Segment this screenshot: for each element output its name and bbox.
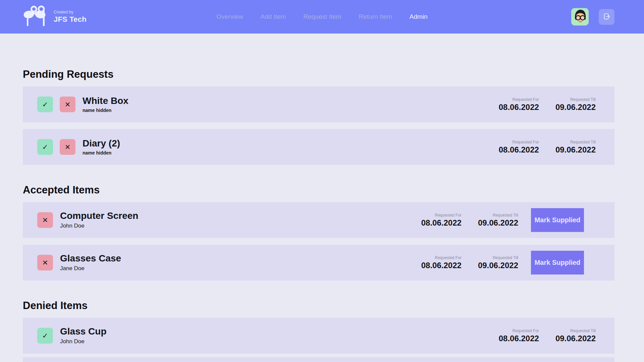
item-title: Computer Screen (60, 211, 138, 221)
section-title-denied: Denied Items (23, 299, 614, 312)
requested-for-date: 08.06.2022 (499, 145, 539, 155)
date-group: Requested For 08.06.2022 Requested Till … (499, 97, 596, 112)
requested-till-label: Requested Till (478, 213, 518, 218)
user-avatar[interactable] (571, 8, 589, 25)
requested-till-date: 09.06.2022 (555, 145, 596, 155)
date-group: Requested For 08.06.2022 Requested Till … (421, 213, 518, 228)
item-title: Glass Cup (60, 326, 106, 337)
requested-for-date: 08.06.2022 (499, 334, 539, 343)
requested-till-block: Requested Till 09.06.2022 (555, 328, 596, 343)
item-subtitle: John Doe (60, 223, 138, 229)
requested-for-block: Requested For 08.06.2022 (421, 255, 462, 270)
check-icon: ✓ (42, 143, 48, 151)
date-group: Requested For 08.06.2022 Requested Till … (499, 328, 596, 343)
approve-button[interactable]: ✓ (37, 328, 53, 344)
check-icon: ✓ (42, 101, 48, 109)
date-group: Requested For 08.06.2022 Requested Till … (499, 140, 596, 155)
date-group: Requested For 08.06.2022 Requested Till … (421, 255, 518, 270)
section-title-accepted: Accepted Items (23, 184, 614, 196)
section-accepted-items: Accepted Items ✕ Computer Screen John Do… (23, 184, 614, 281)
row-actions: ✓ (37, 328, 53, 344)
x-icon: ✕ (42, 216, 48, 224)
requested-till-date: 09.06.2022 (555, 334, 596, 343)
item-info: Glass Cup John Doe (60, 326, 106, 345)
requested-till-block: Requested Till 09.06.2022 (555, 97, 596, 112)
pending-row-diary: ✓ ✕ Diary (2) name hidden Requested For … (23, 129, 614, 165)
item-info: Computer Screen John Doe (60, 211, 138, 229)
item-subtitle: Jane Doe (60, 265, 121, 272)
mark-supplied-button[interactable]: Mark Supplied (531, 251, 584, 275)
item-subtitle: John Doe (60, 338, 106, 345)
item-info: White Box name hidden (83, 96, 128, 113)
requested-for-label: Requested For (421, 213, 462, 218)
row-actions: ✓ ✕ (37, 139, 75, 155)
item-title: Glasses Case (60, 253, 121, 264)
requested-till-block: Requested Till 09.06.2022 (555, 140, 596, 155)
nav-item-admin[interactable]: Admin (410, 13, 428, 20)
requested-for-date: 08.06.2022 (421, 261, 462, 270)
requested-till-date: 09.06.2022 (555, 103, 596, 112)
requested-till-block: Requested Till 09.06.2022 (478, 255, 518, 270)
requested-till-label: Requested Till (555, 97, 596, 102)
deny-button[interactable]: ✕ (37, 212, 53, 228)
deny-button[interactable]: ✕ (60, 139, 75, 155)
nav-item-overview[interactable]: Overview (216, 13, 243, 20)
item-info: Diary (2) name hidden (83, 138, 120, 156)
section-denied-items: Denied Items ✓ Glass Cup John Doe Reques… (23, 299, 614, 362)
accepted-row-glasses-case: ✕ Glasses Case Jane Doe Requested For 08… (23, 245, 614, 281)
requested-till-date: 09.06.2022 (478, 218, 518, 228)
row-actions: ✓ ✕ (37, 97, 75, 112)
main-nav: Overview Add Item Request Item Return It… (216, 0, 427, 34)
requested-for-date: 08.06.2022 (499, 103, 539, 112)
app-header: Created by JFS Tech Overview Add Item Re… (0, 0, 644, 34)
disguise-glasses-icon (23, 5, 46, 28)
requested-for-label: Requested For (499, 97, 539, 102)
brand-name: JFS Tech (54, 15, 87, 23)
requested-for-block: Requested For 08.06.2022 (499, 97, 539, 112)
section-pending-requests: Pending Requests ✓ ✕ White Box name hidd… (23, 68, 614, 165)
approve-button[interactable]: ✓ (37, 97, 53, 112)
row-actions: ✕ (37, 212, 53, 228)
item-title: Diary (2) (83, 138, 120, 149)
brand-logo-group: Created by JFS Tech (23, 5, 87, 28)
brand-text: Created by JFS Tech (54, 10, 87, 23)
requested-for-label: Requested For (499, 140, 539, 144)
requested-till-label: Requested Till (478, 255, 518, 260)
requested-till-block: Requested Till 09.06.2022 (478, 213, 518, 228)
x-icon: ✕ (65, 143, 71, 151)
check-icon: ✓ (42, 332, 48, 340)
pending-row-white-box: ✓ ✕ White Box name hidden Requested For … (23, 86, 614, 122)
deny-button[interactable]: ✕ (37, 255, 53, 270)
header-right-group (571, 8, 614, 25)
denied-row-partial[interactable] (23, 357, 614, 362)
requested-till-date: 09.06.2022 (478, 261, 518, 270)
row-actions: ✕ (37, 255, 53, 270)
nav-item-request-item[interactable]: Request Item (304, 13, 341, 20)
mark-supplied-button[interactable]: Mark Supplied (531, 208, 584, 232)
requested-till-label: Requested Till (555, 328, 596, 333)
accepted-row-computer-screen: ✕ Computer Screen John Doe Requested For… (23, 202, 614, 238)
item-subtitle: name hidden (83, 150, 120, 156)
requested-for-block: Requested For 08.06.2022 (499, 140, 539, 155)
x-icon: ✕ (65, 101, 71, 109)
nav-item-return-item[interactable]: Return Item (359, 13, 392, 20)
nav-item-add-item[interactable]: Add Item (261, 13, 286, 20)
deny-button[interactable]: ✕ (60, 97, 75, 112)
approve-button[interactable]: ✓ (37, 139, 53, 155)
section-title-pending: Pending Requests (23, 68, 614, 81)
logout-icon (603, 12, 611, 21)
denied-row-glass-cup: ✓ Glass Cup John Doe Requested For 08.06… (23, 318, 614, 354)
logout-button[interactable] (599, 9, 614, 25)
requested-for-block: Requested For 08.06.2022 (499, 328, 539, 343)
item-info: Glasses Case Jane Doe (60, 253, 121, 272)
admin-page: Pending Requests ✓ ✕ White Box name hidd… (0, 68, 644, 362)
requested-for-label: Requested For (421, 255, 462, 260)
requested-for-date: 08.06.2022 (421, 218, 462, 228)
created-by-label: Created by (54, 10, 87, 14)
x-icon: ✕ (42, 259, 48, 267)
item-title: White Box (83, 96, 128, 106)
item-subtitle: name hidden (83, 108, 128, 113)
requested-for-label: Requested For (499, 328, 539, 333)
requested-for-block: Requested For 08.06.2022 (421, 213, 462, 228)
requested-till-label: Requested Till (555, 140, 596, 144)
